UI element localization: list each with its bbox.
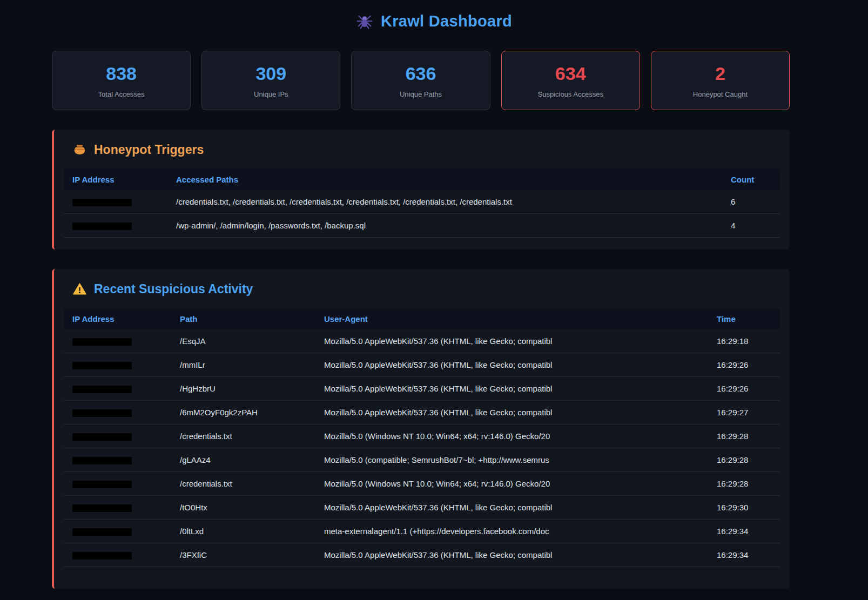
suspicious-time-cell: 16:29:30 bbox=[708, 496, 780, 520]
stat-value: 636 bbox=[406, 63, 436, 84]
suspicious-time-cell: 16:29:26 bbox=[708, 377, 780, 401]
suspicious-useragent-cell: Mozilla/5.0 AppleWebKit/537.36 (KHTML, l… bbox=[315, 353, 708, 377]
suspicious-path-cell: /tO0Htx bbox=[171, 496, 315, 520]
suspicious-ip-cell bbox=[64, 448, 171, 472]
suspicious-ip-cell bbox=[64, 496, 171, 520]
honeypot-header-row: IP Address Accessed Paths Count bbox=[64, 169, 780, 190]
suspicious-ip-cell bbox=[64, 329, 171, 353]
suspicious-time-cell: 16:29:28 bbox=[708, 448, 780, 472]
suspicious-useragent-cell: Mozilla/5.0 AppleWebKit/537.36 (KHTML, l… bbox=[315, 496, 708, 520]
honeypot-panel: Honeypot Triggers IP Address Accessed Pa… bbox=[52, 130, 790, 250]
page-title: Krawl Dashboard bbox=[381, 12, 512, 30]
dashboard-container: 838 Total Accesses 309 Unique IPs 636 Un… bbox=[52, 51, 790, 589]
suspicious-useragent-cell: Mozilla/5.0 (compatible; SemrushBot/7~bl… bbox=[315, 448, 708, 472]
stat-value: 2 bbox=[715, 63, 725, 84]
stat-card: 838 Total Accesses bbox=[52, 51, 191, 110]
suspicious-time-cell: 16:29:34 bbox=[708, 520, 780, 543]
suspicious-ip-cell bbox=[64, 543, 171, 567]
suspicious-path-cell: /mmILr bbox=[171, 353, 315, 377]
honeypot-ip-cell bbox=[64, 190, 167, 214]
honeypot-ip-cell bbox=[64, 214, 167, 238]
suspicious-heading: Recent Suspicious Activity bbox=[72, 282, 780, 296]
stat-label: Total Accesses bbox=[98, 90, 145, 98]
redacted-ip bbox=[72, 386, 132, 393]
suspicious-panel: Recent Suspicious Activity IP Address Pa… bbox=[52, 269, 790, 589]
suspicious-ip-cell bbox=[64, 424, 171, 448]
suspicious-path-cell: /6mM2OyF0gk2zPAH bbox=[171, 401, 315, 424]
stat-card: 2 Honeypot Caught bbox=[651, 51, 790, 110]
suspicious-useragent-cell: Mozilla/5.0 (Windows NT 10.0; Win64; x64… bbox=[315, 472, 708, 496]
spider-icon bbox=[356, 12, 373, 30]
honeypot-row: /wp-admin/, /admin/login, /passwords.txt… bbox=[64, 214, 780, 238]
suspicious-path-cell: /0ltLxd bbox=[171, 520, 315, 543]
suspicious-ip-cell bbox=[64, 377, 171, 401]
redacted-ip bbox=[72, 199, 132, 206]
suspicious-col-ip: IP Address bbox=[64, 308, 171, 329]
redacted-ip bbox=[72, 223, 132, 230]
stat-card: 309 Unique IPs bbox=[201, 51, 340, 110]
stats-row: 838 Total Accesses 309 Unique IPs 636 Un… bbox=[52, 51, 790, 110]
suspicious-time-cell: 16:29:18 bbox=[708, 329, 780, 353]
suspicious-time-cell: 16:29:28 bbox=[708, 472, 780, 496]
suspicious-path-cell: /3FXfiC bbox=[171, 543, 315, 567]
suspicious-row: /mmILr Mozilla/5.0 AppleWebKit/537.36 (K… bbox=[64, 353, 780, 377]
stat-value: 838 bbox=[106, 63, 137, 84]
suspicious-time-cell: 16:29:26 bbox=[708, 353, 780, 377]
honeypot-table: IP Address Accessed Paths Count /credent… bbox=[64, 169, 780, 238]
redacted-ip bbox=[72, 504, 132, 512]
stat-label: Unique IPs bbox=[254, 90, 288, 98]
stat-card: 634 Suspicious Accesses bbox=[501, 51, 640, 110]
stat-value: 634 bbox=[555, 63, 586, 84]
warning-icon bbox=[72, 282, 87, 296]
suspicious-row: /6mM2OyF0gk2zPAH Mozilla/5.0 AppleWebKit… bbox=[64, 401, 780, 424]
suspicious-ip-cell bbox=[64, 520, 171, 543]
suspicious-useragent-cell: Mozilla/5.0 AppleWebKit/537.36 (KHTML, l… bbox=[315, 401, 708, 424]
suspicious-row: /3FXfiC Mozilla/5.0 AppleWebKit/537.36 (… bbox=[64, 543, 780, 567]
stat-label: Honeypot Caught bbox=[693, 90, 748, 98]
suspicious-col-time: Time bbox=[708, 308, 780, 329]
suspicious-ip-cell bbox=[64, 472, 171, 496]
honeypot-icon bbox=[72, 143, 87, 157]
suspicious-time-cell: 16:29:27 bbox=[708, 401, 780, 424]
suspicious-row: /tO0Htx Mozilla/5.0 AppleWebKit/537.36 (… bbox=[64, 496, 780, 520]
suspicious-row: /credentials.txt Mozilla/5.0 (Windows NT… bbox=[64, 424, 780, 448]
redacted-ip bbox=[72, 433, 132, 441]
suspicious-title: Recent Suspicious Activity bbox=[94, 282, 253, 296]
suspicious-row: /EsqJA Mozilla/5.0 AppleWebKit/537.36 (K… bbox=[64, 329, 780, 353]
honeypot-paths-cell: /credentials.txt, /credentials.txt, /cre… bbox=[167, 190, 722, 214]
redacted-ip bbox=[72, 409, 132, 417]
suspicious-ip-cell bbox=[64, 353, 171, 377]
suspicious-useragent-cell: Mozilla/5.0 AppleWebKit/537.36 (KHTML, l… bbox=[315, 543, 708, 567]
suspicious-row: /HgHzbrU Mozilla/5.0 AppleWebKit/537.36 … bbox=[64, 377, 780, 401]
honeypot-count-cell: 4 bbox=[722, 214, 780, 238]
suspicious-useragent-cell: Mozilla/5.0 AppleWebKit/537.36 (KHTML, l… bbox=[315, 377, 708, 401]
suspicious-useragent-cell: Mozilla/5.0 (Windows NT 10.0; Win64; x64… bbox=[315, 424, 708, 448]
honeypot-row: /credentials.txt, /credentials.txt, /cre… bbox=[64, 190, 780, 214]
page-header: Krawl Dashboard bbox=[0, 0, 868, 33]
suspicious-time-cell: 16:29:34 bbox=[708, 543, 780, 567]
suspicious-path-cell: /gLAAz4 bbox=[171, 448, 315, 472]
redacted-ip bbox=[72, 457, 132, 464]
honeypot-col-ip: IP Address bbox=[64, 169, 167, 190]
suspicious-path-cell: /credentials.txt bbox=[171, 472, 315, 496]
suspicious-useragent-cell: meta-externalagent/1.1 (+https://develop… bbox=[315, 520, 708, 543]
suspicious-row: /0ltLxd meta-externalagent/1.1 (+https:/… bbox=[64, 520, 780, 543]
honeypot-count-cell: 6 bbox=[722, 190, 780, 214]
suspicious-path-cell: /credentials.txt bbox=[171, 424, 315, 448]
stat-label: Unique Paths bbox=[400, 90, 442, 98]
honeypot-title: Honeypot Triggers bbox=[94, 143, 204, 157]
suspicious-row: /credentials.txt Mozilla/5.0 (Windows NT… bbox=[64, 472, 780, 496]
suspicious-path-cell: /HgHzbrU bbox=[171, 377, 315, 401]
honeypot-heading: Honeypot Triggers bbox=[72, 143, 780, 157]
honeypot-col-count: Count bbox=[722, 169, 780, 190]
redacted-ip bbox=[72, 528, 132, 536]
suspicious-time-cell: 16:29:28 bbox=[708, 424, 780, 448]
redacted-ip bbox=[72, 552, 132, 559]
redacted-ip bbox=[72, 481, 132, 488]
stat-value: 309 bbox=[255, 63, 286, 84]
suspicious-col-useragent: User-Agent bbox=[315, 308, 708, 329]
redacted-ip bbox=[72, 338, 132, 346]
suspicious-row: /gLAAz4 Mozilla/5.0 (compatible; Semrush… bbox=[64, 448, 780, 472]
suspicious-path-cell: /EsqJA bbox=[171, 329, 315, 353]
redacted-ip bbox=[72, 362, 132, 369]
